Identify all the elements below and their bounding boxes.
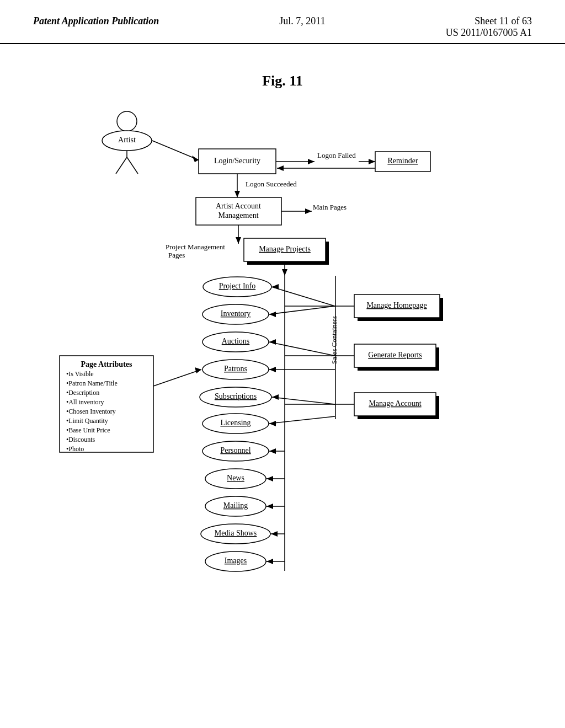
proj-mgmt-pages-label1: Project Management xyxy=(166,243,225,251)
arrowhead-to-patrons xyxy=(269,367,276,372)
artist-account-mgmt-label1: Artist Account xyxy=(216,202,261,210)
arrowhead-acct-mainpages xyxy=(305,208,312,214)
arrowhead-to-inventory xyxy=(269,312,276,317)
arrow-auctions xyxy=(269,342,335,356)
subscriptions-label: Subscriptions xyxy=(215,392,257,400)
arrow-pageattrib-patrons xyxy=(153,370,201,386)
manage-projects-label: Manage Projects xyxy=(259,245,311,253)
artist-label: Artist xyxy=(118,136,136,144)
arrowhead-to-mediashows xyxy=(271,531,278,537)
page-attributes-title: Page Attributes xyxy=(81,360,132,368)
logon-failed-label: Logon Failed xyxy=(317,151,356,159)
artist-figure-right-leg xyxy=(127,157,138,174)
page-attr-8: •Discounts xyxy=(66,436,95,443)
artist-account-mgmt-label2: Management xyxy=(218,211,258,220)
arrow-licensing xyxy=(269,416,335,424)
page-attr-4: •All inventory xyxy=(66,398,104,406)
mailing-label: Mailing xyxy=(223,501,248,510)
news-label: News xyxy=(227,474,244,482)
diagram-svg: Fig. 11 Artist Login/Security Logon Fail… xyxy=(0,55,565,706)
arrowhead-to-auctions xyxy=(269,339,276,345)
artist-figure-left-leg xyxy=(116,157,127,174)
page-attr-9: •Photo xyxy=(66,445,84,453)
arrow-subscriptions xyxy=(271,397,335,404)
logon-succeeded-label: Logon Succeeded xyxy=(246,180,297,188)
licensing-label: Licensing xyxy=(220,419,250,427)
arrowhead-to-personnel xyxy=(269,448,276,454)
arrowhead-acct-projmgmt xyxy=(236,237,241,244)
page-attr-6: •Limit Quantity xyxy=(66,417,108,425)
arrowhead-to-subscriptions xyxy=(272,394,279,400)
project-info-label: Project Info xyxy=(219,282,255,290)
arrowhead-login-reminder xyxy=(308,159,315,164)
proj-mgmt-pages-label2: Pages xyxy=(168,251,185,259)
page-header: Patent Application Publication Jul. 7, 2… xyxy=(0,0,565,44)
media-shows-label: Media Shows xyxy=(215,529,257,537)
arrow-projinfo xyxy=(271,287,335,306)
header-left: Patent Application Publication xyxy=(33,15,159,27)
patrons-label: Patrons xyxy=(224,365,247,373)
images-label: Images xyxy=(225,556,247,565)
sales-containers-label: Sales Containers xyxy=(330,316,338,364)
personnel-label: Personnel xyxy=(220,446,250,454)
header-right: Sheet 11 of 63 US 2011/0167005 A1 xyxy=(446,15,532,39)
main-pages-label: Main Pages xyxy=(313,203,347,211)
page-attr-5: •Chosen Inventory xyxy=(66,408,116,415)
arrowhead-to-news xyxy=(266,476,273,481)
header-center: Jul. 7, 2011 xyxy=(279,15,325,27)
manage-homepage-label: Manage Homepage xyxy=(366,301,427,309)
arrowhead-reminder-login xyxy=(277,165,284,171)
page-attr-3: •Description xyxy=(66,389,99,397)
fig-label: Fig. 11 xyxy=(262,73,303,89)
manage-account-label: Manage Account xyxy=(369,399,421,408)
arrow-artist-login xyxy=(152,141,199,160)
reminder-label: Reminder xyxy=(387,157,418,165)
arrowhead-login-succeeded xyxy=(234,191,240,197)
artist-figure-head xyxy=(117,111,137,131)
arrowhead-logonfailed-reminder xyxy=(369,159,375,164)
arrowhead-to-images xyxy=(266,559,273,564)
inventory-label: Inventory xyxy=(221,309,250,318)
arrowhead-artist-login xyxy=(192,156,199,162)
login-security-label: Login/Security xyxy=(214,157,260,165)
page-attr-1: •Is Visible xyxy=(66,370,94,378)
arrowhead-to-mailing xyxy=(266,504,273,509)
page-attr-7: •Base Unit Price xyxy=(66,426,110,434)
page-attr-2: •Patron Name/Title xyxy=(66,379,118,387)
generate-reports-label: Generate Reports xyxy=(368,351,422,359)
arrowhead-to-projinfo xyxy=(272,284,279,290)
arrow-inventory xyxy=(269,306,335,314)
auctions-label: Auctions xyxy=(222,337,250,345)
arrowhead-manageprojects-down xyxy=(282,269,287,276)
arrowhead-pageattrib-patrons xyxy=(195,367,201,373)
arrowhead-to-licensing xyxy=(269,421,276,426)
